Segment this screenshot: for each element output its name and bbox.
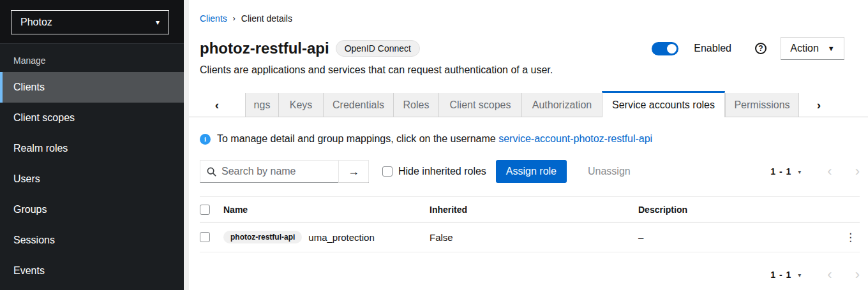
sidebar-item-clients[interactable]: Clients: [0, 72, 184, 103]
tab-permissions[interactable]: Permissions: [725, 93, 799, 117]
pagination-menu-caret-icon[interactable]: ▾: [798, 272, 801, 279]
kebab-menu-icon[interactable]: ⋮: [841, 231, 860, 243]
sidebar-item-sessions[interactable]: Sessions: [0, 225, 184, 256]
tab-authorization[interactable]: Authorization: [521, 93, 602, 117]
client-badge: photoz-restful-api: [223, 231, 302, 243]
pagination-top: 1 - 1 ▾ ‹ ›: [770, 164, 860, 178]
tab-keys[interactable]: Keys: [278, 93, 323, 117]
sidebar-item-users[interactable]: Users: [0, 164, 184, 194]
search-input-wrap: [200, 161, 338, 182]
protocol-badge: OpenID Connect: [336, 40, 420, 57]
info-alert: i To manage detail and group mappings, c…: [200, 133, 860, 145]
sidebar-item-events[interactable]: Events: [0, 256, 184, 286]
chevron-down-icon: ▾: [156, 18, 160, 27]
breadcrumb-separator-icon: ›: [233, 14, 236, 23]
service-account-link[interactable]: service-account-photoz-restful-api: [498, 133, 652, 144]
column-header-name: Name: [223, 205, 430, 215]
toggle-knob: [667, 44, 677, 54]
breadcrumb-current: Client details: [241, 13, 292, 24]
column-header-inherited: Inherited: [430, 205, 638, 215]
hide-inherited-label: Hide inherited roles: [398, 166, 486, 177]
header-controls: Enabled ? Action ▼: [652, 37, 844, 60]
roles-table: Name Inherited Description photoz-restfu…: [200, 196, 860, 252]
table-row: photoz-restful-api uma_protection False …: [200, 222, 860, 252]
pagination-range: 1 - 1: [770, 270, 791, 280]
action-dropdown[interactable]: Action ▼: [781, 37, 844, 60]
role-name: uma_protection: [308, 232, 374, 243]
search-icon: [207, 167, 216, 177]
toolbar: → Hide inherited roles Assign role Unass…: [200, 160, 860, 183]
pagination-prev-icon[interactable]: ‹: [827, 164, 832, 178]
inherited-value: False: [430, 232, 638, 243]
info-alert-text: To manage detail and group mappings, cli…: [217, 133, 652, 145]
tab-roles[interactable]: Roles: [393, 93, 438, 117]
main-content: Clients › Client details photoz-restful-…: [184, 0, 868, 290]
search-input[interactable]: [200, 161, 338, 182]
help-icon[interactable]: ?: [755, 43, 767, 54]
chevron-down-icon: ▼: [828, 45, 835, 52]
tab-settings-truncated[interactable]: ngs: [245, 93, 278, 117]
realm-selector-value: Photoz: [20, 17, 52, 28]
hide-inherited-checkbox[interactable]: [382, 166, 393, 177]
tab-client-scopes[interactable]: Client scopes: [438, 93, 521, 117]
role-name-cell: photoz-restful-api uma_protection: [223, 231, 430, 243]
pagination-menu-caret-icon[interactable]: ▾: [798, 168, 801, 175]
nav-list: Clients Client scopes Realm roles Users …: [0, 72, 184, 286]
breadcrumb-link-clients[interactable]: Clients: [200, 13, 227, 24]
sidebar-item-realm-roles[interactable]: Realm roles: [0, 133, 184, 164]
search-group: →: [200, 160, 369, 183]
sidebar: Photoz ▾ Manage Clients Client scopes Re…: [0, 0, 184, 290]
pagination-next-icon[interactable]: ›: [855, 268, 860, 282]
tab-credentials[interactable]: Credentials: [323, 93, 393, 117]
unassign-button[interactable]: Unassign: [578, 166, 641, 177]
hide-inherited-group: Hide inherited roles: [382, 166, 486, 177]
description-value: –: [638, 232, 829, 243]
realm-selector[interactable]: Photoz ▾: [11, 10, 169, 34]
enabled-label: Enabled: [694, 43, 731, 54]
page-header: photoz-restful-api OpenID Connect Enable…: [200, 37, 844, 60]
sidebar-item-groups[interactable]: Groups: [0, 194, 184, 225]
nav-section-label: Manage: [0, 44, 184, 72]
search-submit-arrow-icon[interactable]: →: [338, 161, 368, 183]
tabs-filler: [839, 93, 868, 117]
sidebar-item-client-scopes[interactable]: Client scopes: [0, 103, 184, 133]
tabs-scroll-right-icon[interactable]: ›: [799, 93, 839, 117]
page-title: photoz-restful-api: [200, 40, 329, 57]
row-checkbox[interactable]: [200, 232, 210, 242]
select-all-checkbox[interactable]: [200, 205, 210, 215]
assign-role-button[interactable]: Assign role: [496, 160, 567, 183]
pagination-bottom-wrap: 1 - 1 ▾ ‹ ›: [200, 263, 860, 286]
tab-service-accounts-roles[interactable]: Service accounts roles: [602, 91, 725, 117]
page-subtitle: Clients are applications and services th…: [200, 64, 860, 76]
breadcrumb: Clients › Client details: [200, 13, 860, 24]
table-header-row: Name Inherited Description: [200, 196, 860, 222]
tabs: ‹ ngs Keys Credentials Roles Client scop…: [189, 91, 868, 117]
tabs-scroll-left-icon[interactable]: ‹: [189, 93, 245, 117]
pagination-bottom: 1 - 1 ▾ ‹ ›: [770, 268, 860, 282]
action-dropdown-label: Action: [790, 43, 818, 54]
title-group: photoz-restful-api OpenID Connect: [200, 40, 420, 57]
info-icon: i: [200, 134, 211, 145]
pagination-next-icon[interactable]: ›: [855, 164, 860, 178]
pagination-range: 1 - 1: [770, 166, 791, 177]
pagination-prev-icon[interactable]: ‹: [827, 268, 832, 282]
column-header-description: Description: [638, 205, 829, 215]
enabled-toggle[interactable]: [652, 42, 678, 55]
